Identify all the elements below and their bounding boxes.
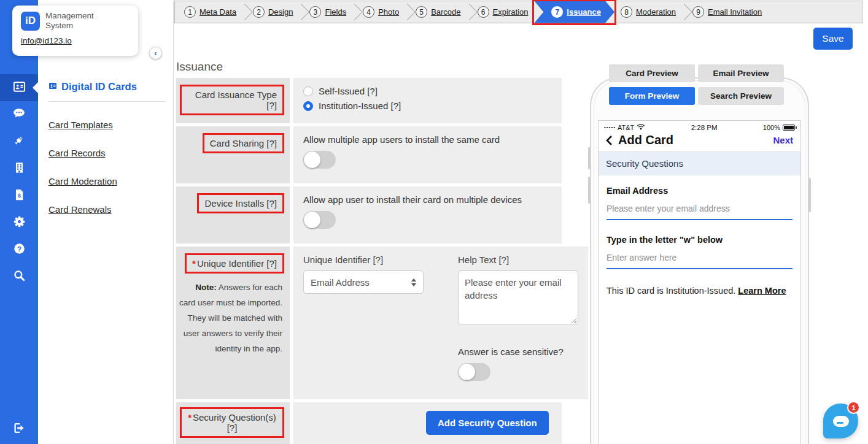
tab-search-preview[interactable]: Search Preview — [698, 87, 784, 105]
sidebar-item-digital-id-cards[interactable] — [0, 74, 38, 101]
subnav-item-card-records[interactable]: Card Records — [48, 148, 173, 158]
device-installs-description: Allow app user to install their card on … — [303, 194, 552, 205]
answer-input[interactable] — [606, 245, 792, 269]
step-label[interactable]: Moderation — [636, 7, 676, 17]
help-text-label: Help Text [?] — [458, 255, 578, 265]
subnav-item-card-renewals[interactable]: Card Renewals — [48, 204, 173, 215]
battery-percent-label: 100% — [763, 124, 780, 131]
email-address-input[interactable] — [606, 196, 792, 220]
step-number: 3 — [309, 6, 321, 18]
step-issuance-active[interactable]: 7 Issuance — [534, 1, 614, 23]
step-expiration[interactable]: 6 Expiration — [472, 6, 534, 18]
radio-circle-checked[interactable] — [303, 101, 313, 111]
step-meta-data[interactable]: 1 Meta Data — [179, 6, 242, 18]
subnav-item-card-templates[interactable]: Card Templates — [48, 120, 173, 130]
sidebar-item-settings[interactable] — [0, 209, 38, 236]
subnav-item-card-moderation[interactable]: Card Moderation — [48, 176, 173, 186]
next-button[interactable]: Next — [773, 135, 793, 145]
required-asterisk: * — [188, 412, 192, 423]
step-email-invitation[interactable]: 9 Email Invitation — [687, 6, 767, 18]
device-installs-toggle[interactable] — [303, 211, 336, 229]
step-photo[interactable]: 4 Photo — [357, 6, 405, 18]
wifi-icon — [637, 123, 645, 131]
unique-identifier-field-label: Unique Identifier [?] — [303, 255, 441, 265]
step-label[interactable]: Design — [268, 7, 293, 17]
save-button[interactable]: Save — [813, 28, 853, 50]
case-sensitive-toggle[interactable] — [458, 363, 490, 381]
step-barcode[interactable]: 5 Barcode — [410, 6, 466, 18]
phone-power-button — [808, 178, 811, 212]
mini-card-icon — [48, 81, 57, 93]
svg-text:$: $ — [17, 193, 20, 199]
select-updown-icon — [411, 278, 416, 286]
issuance-form: Card Issuance Type [?] Self-Issued [?] I… — [176, 78, 562, 444]
security-question-label: Type in the letter "w" below — [606, 235, 792, 245]
security-questions-label: *Security Question(s) [?] — [180, 407, 284, 438]
org-card: iD Management System info@id123.io — [12, 6, 138, 56]
step-label[interactable]: Fields — [325, 7, 346, 17]
gear-icon — [12, 215, 26, 231]
card-issuance-type-label: Card Issuance Type [?] — [180, 85, 284, 115]
app-logo: iD — [21, 12, 40, 31]
step-number: 2 — [253, 6, 265, 18]
step-design[interactable]: 2 Design — [247, 6, 298, 18]
unique-identifier-note: Note: Answers for each card user must be… — [179, 280, 284, 356]
step-moderation[interactable]: 8 Moderation — [615, 6, 681, 18]
add-security-question-button[interactable]: Add Security Question — [426, 411, 549, 435]
radio-circle[interactable] — [303, 86, 313, 96]
step-label[interactable]: Meta Data — [200, 7, 236, 17]
tab-card-preview[interactable]: Card Preview — [609, 64, 695, 82]
step-number: 7 — [551, 6, 563, 18]
svg-text:?: ? — [17, 245, 21, 252]
phone-nav-bar: Add Card Next — [599, 132, 800, 152]
help-text-textarea[interactable]: Please enter your email address — [458, 270, 578, 324]
radio-label: Institution-Issued [?] — [319, 101, 401, 111]
tab-form-preview[interactable]: Form Preview — [609, 87, 695, 105]
signal-dots-icon: ••••• — [604, 124, 616, 130]
unique-identifier-select[interactable]: Email Address — [303, 270, 424, 294]
sidebar-item-search[interactable] — [0, 263, 38, 290]
battery-icon — [783, 124, 795, 131]
email-address-label: Email Address — [606, 186, 792, 196]
step-label[interactable]: Issuance — [567, 7, 601, 17]
chat-widget-button[interactable]: 1 — [823, 404, 858, 438]
phone-volume-button — [588, 147, 591, 169]
issuance-footer-text: This ID card is Institution-Issued. Lear… — [606, 286, 792, 296]
step-label[interactable]: Barcode — [431, 7, 460, 17]
divider — [48, 101, 165, 102]
card-sharing-description: Allow multiple app users to install the … — [303, 134, 552, 145]
plug-icon — [12, 133, 26, 150]
learn-more-link[interactable]: Learn More — [738, 286, 786, 296]
clock-label: 2:28 PM — [645, 124, 763, 131]
invoice-icon: $ — [12, 188, 26, 204]
radio-self-issued[interactable]: Self-Issued [?] — [303, 86, 552, 96]
app-title: Management System — [45, 11, 94, 31]
card-sharing-toggle[interactable] — [303, 151, 336, 169]
step-label[interactable]: Expiration — [493, 7, 529, 17]
step-number: 4 — [363, 6, 374, 18]
select-value: Email Address — [311, 277, 370, 288]
tab-email-preview[interactable]: Email Preview — [698, 64, 784, 82]
radio-institution-issued[interactable]: Institution-Issued [?] — [303, 101, 552, 111]
building-icon — [12, 161, 26, 177]
back-chevron-icon[interactable] — [606, 135, 613, 146]
sidebar-item-messages[interactable] — [0, 101, 38, 128]
card-sharing-label: Card Sharing [?] — [203, 133, 284, 153]
collapse-sidebar-button[interactable]: ‹ — [149, 47, 162, 59]
sidebar-item-billing[interactable]: $ — [0, 182, 38, 209]
step-label[interactable]: Email Invitation — [708, 7, 762, 17]
preview-tabs: Card Preview Email Preview Form Preview … — [609, 64, 784, 105]
sidebar-item-help[interactable]: ? — [0, 236, 38, 263]
security-questions-section-header: Security Questions — [599, 152, 800, 175]
sidebar-item-organization[interactable] — [0, 155, 38, 182]
step-label[interactable]: Photo — [378, 7, 399, 17]
sidebar-item-integrations[interactable] — [0, 128, 38, 155]
step-number: 5 — [416, 6, 427, 18]
step-fields[interactable]: 3 Fields — [304, 6, 352, 18]
annotation-red-box: 7 Issuance — [532, 0, 616, 25]
phone-volume-button — [588, 177, 591, 204]
account-email-link[interactable]: info@id123.io — [21, 36, 72, 45]
chat-unread-badge: 1 — [847, 401, 860, 414]
step-number: 8 — [621, 6, 632, 18]
sidebar-item-logout[interactable] — [0, 416, 38, 443]
